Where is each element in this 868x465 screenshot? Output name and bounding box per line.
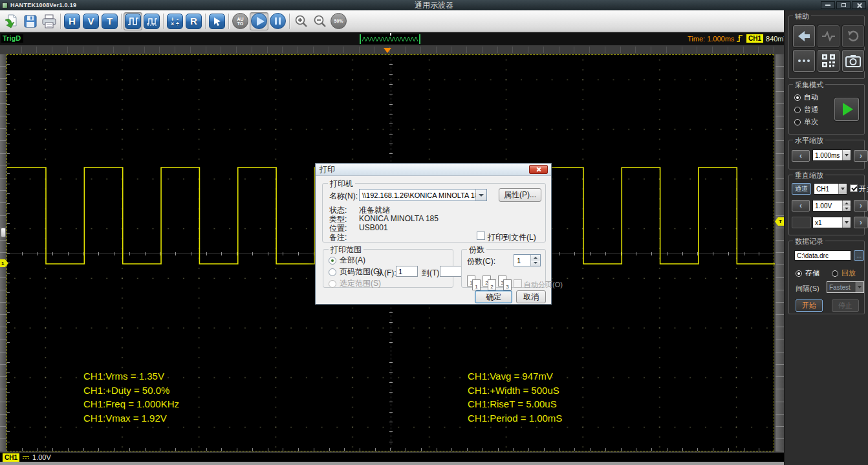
probe-blank-button[interactable] (792, 217, 811, 228)
measurement-width: CH1:+Width = 500uS (468, 384, 562, 398)
measurement-vavg: CH1:Vavg = 947mV (468, 369, 562, 384)
pause-button[interactable] (268, 12, 287, 30)
vertical-settings-button[interactable]: V (81, 12, 100, 30)
trigger-fifty-percent-button[interactable]: 50% (329, 12, 348, 30)
volts-decrease-button[interactable]: ‹ (792, 200, 810, 211)
channel-button[interactable]: 通道 (792, 183, 811, 195)
trigger-position-marker[interactable] (384, 48, 391, 53)
printer-properties-button[interactable]: 属性(P)... (499, 188, 541, 202)
t-icon: T (102, 14, 118, 29)
save-button[interactable] (21, 12, 39, 30)
waveform-preview[interactable] (360, 34, 420, 44)
measurements-right: CH1:Vavg = 947mV CH1:+Width = 500uS CH1:… (468, 369, 562, 425)
switch-label: 开关 (859, 184, 868, 194)
zoom-in-button[interactable] (292, 12, 310, 30)
screenshot-button[interactable] (842, 50, 864, 72)
reference-button[interactable]: R (184, 12, 203, 30)
printer-name-select[interactable]: \\192.168.1.26\KONICA MINOLTA 185 (359, 189, 487, 201)
math-button[interactable]: +- ×÷ (166, 12, 184, 30)
volts-per-div-spinner[interactable]: 1.00V (812, 200, 851, 211)
data-record-group: 数据记录 C:\data.drc ... 存储 回放 间隔(S) Fastest… (788, 241, 865, 314)
print-range-group: 打印范围 全部(A) 页码范围(G) 从(F): 1 到(T): 选定范围(S) (323, 249, 453, 288)
copies-spinner[interactable]: 1 (514, 254, 541, 266)
close-button[interactable] (852, 1, 866, 9)
dialog-close-button[interactable] (529, 165, 548, 174)
timebase-select[interactable]: 1.000ms (812, 149, 851, 161)
radio-icon (794, 119, 801, 125)
autoset-button[interactable]: AUTO (231, 12, 250, 30)
toolbar-separator (60, 14, 61, 29)
print-to-file-checkbox[interactable] (477, 232, 485, 240)
pulse-wave-dashed-icon (144, 14, 160, 29)
interval-select[interactable]: Fastest (827, 281, 864, 293)
back-button[interactable] (793, 25, 815, 47)
collate-checkbox[interactable] (514, 279, 522, 288)
horizontal-zoom-group: 水平缩放 ‹ 1.000ms › (788, 140, 865, 169)
qr-code-button[interactable] (818, 50, 840, 72)
cancel-button[interactable]: 取消 (516, 290, 546, 303)
dropdown-arrow-icon[interactable] (842, 150, 851, 160)
pause-icon (270, 13, 286, 29)
range-selection-radio[interactable]: 选定范围(S) (329, 278, 381, 289)
browse-button[interactable]: ... (854, 250, 864, 261)
waveform-mode-button[interactable] (124, 12, 142, 30)
timebase-decrease-button[interactable]: ‹ (792, 150, 810, 162)
acquisition-group: 采集模式 自动 普通 单次 (788, 84, 865, 135)
probe-mult-select[interactable]: x1 (812, 217, 851, 228)
run-button[interactable] (250, 12, 268, 30)
store-radio[interactable]: 存储 (796, 268, 819, 278)
dropdown-arrow-icon[interactable] (855, 282, 863, 292)
right-scale-track[interactable] (776, 54, 784, 451)
cursor-button[interactable] (208, 12, 226, 30)
radio-icon (794, 94, 801, 101)
acquisition-run-button[interactable] (834, 98, 859, 121)
probe-mult-button[interactable]: › (854, 217, 868, 228)
vertical-position-thumb[interactable] (1, 228, 6, 237)
from-field[interactable]: 1 (396, 266, 418, 277)
replay-radio[interactable]: 回放 (832, 268, 856, 278)
auto-icon: AUTO (232, 13, 248, 29)
acq-normal-radio[interactable]: 普通 (794, 105, 818, 114)
measurement-riset: CH1:RiseT = 5.00uS (468, 397, 562, 411)
record-stop-button[interactable]: 停止 (832, 299, 859, 312)
printer-type-value: KONICA MINOLTA 185 (359, 214, 439, 223)
print-dialog-titlebar[interactable]: 打印 (316, 164, 551, 176)
channel-select[interactable]: CH1 (814, 183, 847, 195)
minimize-button[interactable] (821, 1, 835, 9)
volts-increase-button[interactable]: › (854, 200, 868, 211)
acq-auto-radio[interactable]: 自动 (794, 92, 818, 102)
spinner-arrows[interactable] (842, 200, 851, 211)
ok-button[interactable]: 确定 (475, 290, 512, 303)
horizontal-settings-button[interactable]: H (63, 12, 81, 30)
interval-label: 间隔(S) (796, 284, 819, 294)
record-start-button[interactable]: 开始 (796, 299, 823, 312)
left-scale-track[interactable] (0, 54, 6, 451)
maximize-button[interactable] (836, 1, 851, 9)
close-icon (536, 167, 541, 172)
left-track-ticks (0, 54, 6, 451)
undo-button[interactable] (842, 25, 864, 47)
rising-edge-icon (736, 34, 744, 43)
record-path-field[interactable]: C:\data.drc (794, 250, 851, 261)
channel-switch-checkbox[interactable] (850, 184, 858, 192)
dropdown-arrow-icon[interactable] (842, 217, 851, 228)
measurement-vmax: CH1:Vmax = 1.92V (83, 411, 179, 426)
dropdown-arrow-icon[interactable] (475, 189, 486, 200)
timebase-increase-button[interactable]: › (854, 150, 868, 162)
qr-code-icon (822, 54, 835, 67)
waveform-tool-button[interactable] (818, 25, 840, 47)
acq-single-radio[interactable]: 单次 (794, 117, 818, 127)
to-field[interactable] (440, 266, 462, 277)
range-pages-radio[interactable]: 页码范围(G) (329, 266, 382, 277)
auxiliary-group: 辅助 (788, 16, 865, 79)
radio-icon (329, 268, 336, 276)
range-all-radio[interactable]: 全部(A) (329, 255, 365, 266)
spinner-arrows[interactable] (530, 255, 540, 266)
trigger-settings-button[interactable]: T (100, 12, 119, 30)
waveform-compare-button[interactable] (142, 12, 161, 30)
dropdown-arrow-icon[interactable] (838, 184, 847, 194)
print-button[interactable] (39, 12, 58, 30)
zoom-out-button[interactable] (310, 12, 329, 30)
open-button[interactable] (2, 12, 21, 30)
more-options-button[interactable] (793, 50, 815, 72)
